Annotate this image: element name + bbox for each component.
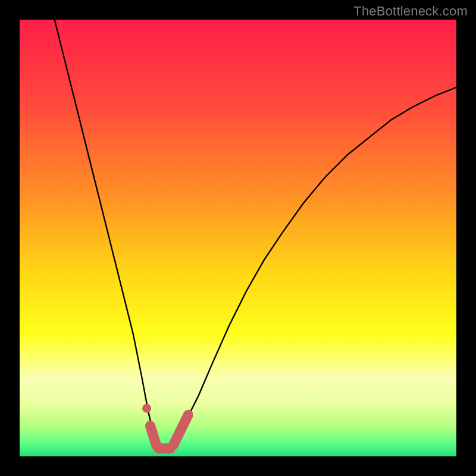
marker-segment	[173, 415, 188, 445]
plot-area	[20, 20, 456, 456]
bottleneck-curve	[55, 20, 456, 447]
bottom-markers	[142, 404, 188, 449]
marker-dot	[142, 404, 151, 413]
watermark-text: TheBottleneck.com	[353, 4, 468, 19]
marker-segment	[150, 426, 156, 446]
chart-svg	[20, 20, 456, 456]
frame: TheBottleneck.com	[0, 0, 476, 476]
